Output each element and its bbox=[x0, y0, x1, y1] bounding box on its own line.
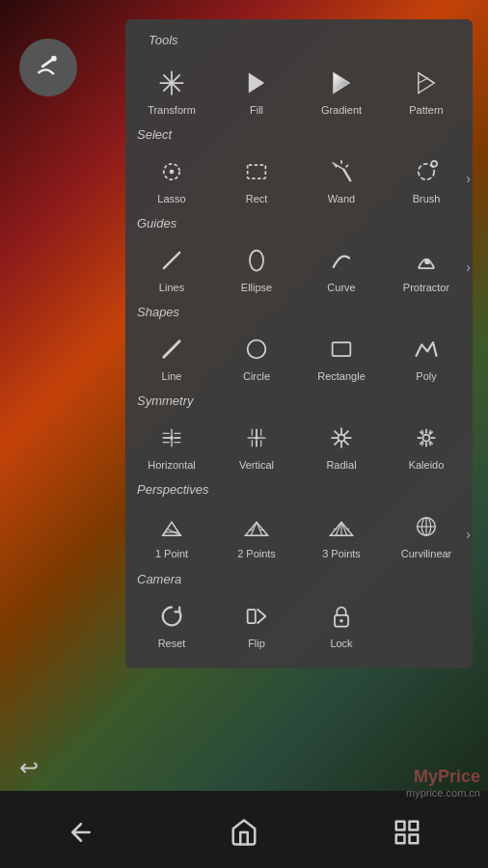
horizontal-icon bbox=[154, 420, 189, 455]
2points-icon bbox=[239, 509, 274, 544]
flip-icon bbox=[239, 599, 274, 634]
circle-label: Circle bbox=[243, 370, 270, 382]
rectangle-label: Rectangle bbox=[317, 370, 366, 382]
tool-line[interactable]: Line bbox=[129, 324, 214, 388]
undo-button[interactable]: ↩ bbox=[19, 754, 39, 781]
tool-rectangle[interactable]: Rectangle bbox=[299, 324, 384, 388]
transform-label: Transform bbox=[148, 104, 196, 116]
tools-row-guides: Lines Ellipse Curve Protractor › bbox=[125, 231, 473, 303]
svg-point-45 bbox=[423, 435, 430, 442]
svg-line-13 bbox=[164, 253, 179, 268]
rect-icon bbox=[239, 154, 274, 189]
tool-transform[interactable]: Transform bbox=[129, 58, 214, 122]
tools-row-camera: Reset Flip Lock bbox=[125, 587, 473, 659]
svg-point-14 bbox=[250, 251, 263, 271]
empty-slot bbox=[384, 591, 469, 655]
tool-reset[interactable]: Reset bbox=[129, 591, 214, 655]
gradient-label: Gradient bbox=[321, 104, 362, 116]
lock-label: Lock bbox=[330, 637, 352, 649]
tool-2points[interactable]: 2 Points bbox=[214, 502, 299, 565]
lines-icon bbox=[154, 243, 189, 278]
svg-point-27 bbox=[170, 437, 174, 441]
ellipse-icon bbox=[239, 243, 274, 278]
perspectives-arrow: › bbox=[466, 527, 471, 542]
svg-rect-80 bbox=[248, 610, 256, 623]
brush-circle-button[interactable] bbox=[19, 39, 77, 96]
tool-radial[interactable]: Radial bbox=[299, 413, 384, 476]
svg-rect-83 bbox=[395, 821, 404, 829]
tool-3points[interactable]: 3 Points bbox=[299, 502, 384, 565]
tool-curvilinear[interactable]: Curvilinear bbox=[384, 502, 469, 565]
3points-label: 3 Points bbox=[322, 548, 361, 559]
svg-rect-5 bbox=[248, 165, 266, 178]
kaleido-label: Kaleido bbox=[409, 459, 445, 471]
tool-fill[interactable]: Fill bbox=[214, 58, 299, 122]
tool-lasso[interactable]: Lasso bbox=[129, 147, 214, 210]
nav-back-button[interactable] bbox=[67, 818, 95, 854]
svg-point-36 bbox=[339, 435, 345, 442]
guides-arrow: › bbox=[466, 259, 471, 275]
fill-icon bbox=[239, 66, 274, 100]
nav-apps-button[interactable] bbox=[393, 818, 421, 854]
tool-gradient[interactable]: Gradient bbox=[299, 58, 384, 122]
3points-icon bbox=[324, 509, 359, 544]
panel-title: Tools bbox=[137, 29, 190, 51]
svg-rect-84 bbox=[409, 821, 418, 829]
vertical-icon bbox=[239, 420, 274, 455]
svg-line-44 bbox=[335, 441, 339, 446]
nav-home-button[interactable] bbox=[230, 818, 258, 854]
svg-point-0 bbox=[52, 57, 56, 61]
watermark-brand: MyPrice bbox=[406, 767, 480, 787]
svg-point-12 bbox=[431, 161, 437, 167]
svg-point-16 bbox=[424, 258, 430, 264]
tool-poly[interactable]: Poly bbox=[384, 324, 469, 388]
flip-label: Flip bbox=[248, 637, 265, 649]
tools-row-main: Transform Fill Gradient bbox=[125, 54, 473, 125]
tool-protractor[interactable]: Protractor bbox=[384, 235, 469, 299]
tool-wand[interactable]: Wand bbox=[299, 147, 384, 210]
line-label: Line bbox=[162, 370, 182, 382]
tool-brush-sel[interactable]: Brush bbox=[384, 147, 469, 210]
tools-row-shapes: Line Circle Rectangle Poly bbox=[125, 320, 473, 392]
vertical-label: Vertical bbox=[239, 459, 274, 471]
svg-point-18 bbox=[248, 340, 266, 359]
svg-line-43 bbox=[344, 431, 349, 436]
tools-row-symmetry: Horizontal Vertical bbox=[125, 409, 473, 480]
tool-1point[interactable]: 1 Point bbox=[129, 502, 214, 565]
curve-label: Curve bbox=[327, 282, 355, 293]
circle-icon bbox=[239, 332, 274, 366]
svg-point-82 bbox=[339, 618, 343, 622]
tool-curve[interactable]: Curve bbox=[299, 235, 384, 299]
horizontal-label: Horizontal bbox=[148, 459, 196, 471]
select-arrow: › bbox=[466, 171, 471, 186]
wand-label: Wand bbox=[328, 193, 355, 204]
svg-line-2 bbox=[419, 78, 429, 83]
tool-rect[interactable]: Rect bbox=[214, 147, 299, 210]
gradient-icon bbox=[324, 66, 359, 100]
svg-rect-86 bbox=[395, 834, 404, 843]
pattern-icon bbox=[409, 66, 444, 100]
rect-label: Rect bbox=[246, 193, 268, 204]
tool-horizontal[interactable]: Horizontal bbox=[129, 413, 214, 476]
brush-sel-label: Brush bbox=[413, 193, 441, 204]
tool-pattern[interactable]: Pattern bbox=[384, 58, 469, 122]
tool-kaleido[interactable]: Kaleido bbox=[384, 413, 469, 476]
wand-icon bbox=[324, 154, 359, 189]
watermark-url: myprice.com.cn bbox=[406, 787, 480, 799]
tool-lines[interactable]: Lines bbox=[129, 235, 214, 299]
lock-icon bbox=[324, 599, 359, 634]
move-icon bbox=[154, 66, 189, 100]
protractor-icon bbox=[409, 243, 444, 278]
tool-flip[interactable]: Flip bbox=[214, 591, 299, 655]
2points-label: 2 Points bbox=[237, 548, 276, 559]
tools-panel: Tools Transform Fill Gradient bbox=[125, 19, 473, 668]
ellipse-label: Ellipse bbox=[241, 282, 272, 293]
reset-icon bbox=[154, 599, 189, 634]
reset-label: Reset bbox=[158, 637, 186, 649]
tool-ellipse[interactable]: Ellipse bbox=[214, 235, 299, 299]
radial-icon bbox=[324, 420, 359, 455]
tool-lock[interactable]: Lock bbox=[299, 591, 384, 655]
tool-circle[interactable]: Circle bbox=[214, 324, 299, 388]
tool-vertical[interactable]: Vertical bbox=[214, 413, 299, 476]
1point-label: 1 Point bbox=[155, 548, 188, 559]
